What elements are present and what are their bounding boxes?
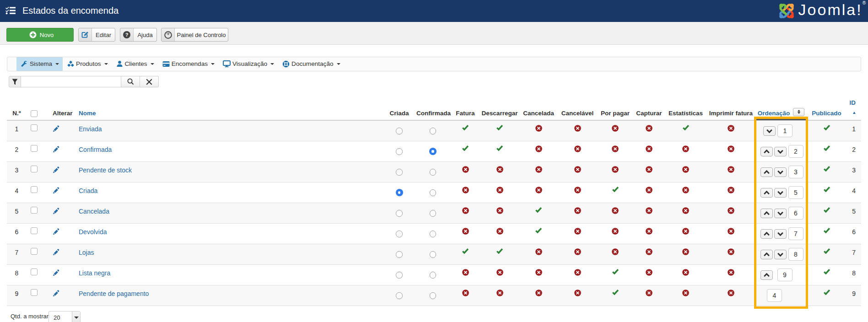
svg-text:?: ?: [125, 32, 129, 38]
